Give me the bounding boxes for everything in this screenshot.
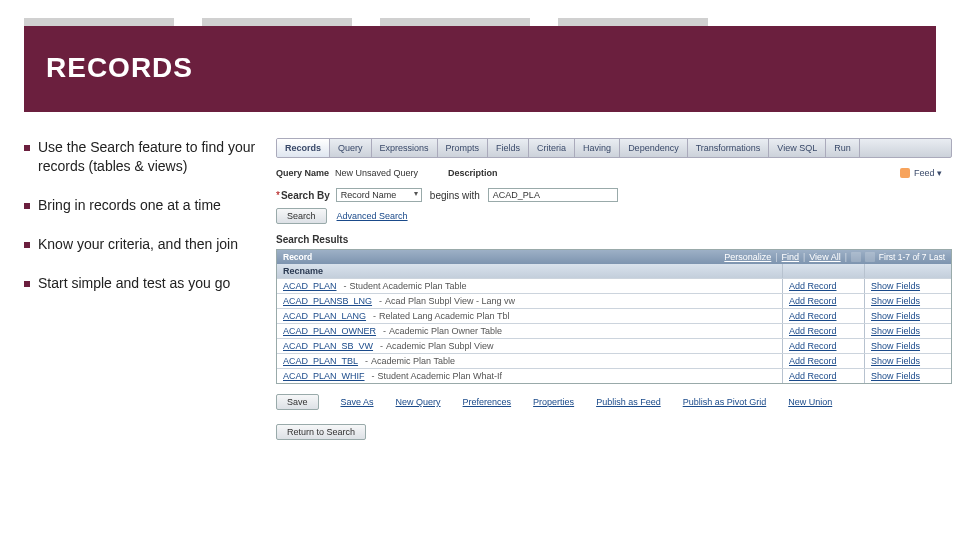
tab-prompts[interactable]: Prompts [438,139,489,157]
bullet-item: Start simple and test as you go [24,274,276,293]
add-record-link[interactable]: Add Record [789,341,837,351]
bullet-item: Use the Search feature to find your reco… [24,138,276,176]
record-desc: Academic Plan Subpl View [386,341,493,351]
col-recname: Recname [277,264,783,278]
search-by-row: * Search By Record Name begins with ACAD… [276,188,952,202]
table-row: ACAD_PLAN-Student Academic Plan TableAdd… [277,278,951,293]
record-desc: Academic Plan Owner Table [389,326,502,336]
tab-query[interactable]: Query [330,139,372,157]
advanced-search-link[interactable]: Advanced Search [337,211,408,221]
table-row: ACAD_PLAN_LANG-Related Lang Academic Pla… [277,308,951,323]
grid-range-text: First 1-7 of 7 Last [879,252,945,262]
properties-link[interactable]: Properties [533,397,574,407]
show-fields-link[interactable]: Show Fields [871,281,920,291]
tab-view-sql[interactable]: View SQL [769,139,826,157]
tab-strip: Records Query Expressions Prompts Fields… [276,138,952,158]
search-results-heading: Search Results [276,234,952,245]
bottom-actions: Save Save As New Query Preferences Prope… [276,394,952,410]
tab-transformations[interactable]: Transformations [688,139,770,157]
search-by-select[interactable]: Record Name [336,188,422,202]
record-desc: Student Academic Plan Table [350,281,467,291]
required-star-icon: * [276,190,280,201]
search-input[interactable]: ACAD_PLA [488,188,618,202]
col-show [865,264,951,278]
tab-expressions[interactable]: Expressions [372,139,438,157]
show-fields-link[interactable]: Show Fields [871,356,920,366]
tab-having[interactable]: Having [575,139,620,157]
record-code-link[interactable]: ACAD_PLAN_OWNER [283,326,376,336]
search-button[interactable]: Search [276,208,327,224]
show-fields-link[interactable]: Show Fields [871,371,920,381]
tab-run[interactable]: Run [826,139,860,157]
feed-dropdown[interactable]: Feed ▾ [900,168,942,178]
accent-bar [0,18,960,26]
record-desc: Academic Plan Table [371,356,455,366]
newquery-link[interactable]: New Query [396,397,441,407]
add-record-link[interactable]: Add Record [789,281,837,291]
grid-viewall-link[interactable]: View All [809,252,840,262]
table-row: ACAD_PLAN_SB_VW-Academic Plan Subpl View… [277,338,951,353]
new-union-link[interactable]: New Union [788,397,832,407]
record-code-link[interactable]: ACAD_PLAN_WHIF [283,371,365,381]
record-code-link[interactable]: ACAD_PLAN [283,281,337,291]
slide-title: RECORDS [46,52,914,84]
record-code-link[interactable]: ACAD_PLANSB_LNG [283,296,372,306]
show-fields-link[interactable]: Show Fields [871,326,920,336]
grid-toolbar: Record Personalize | Find | View All | F… [277,250,951,264]
record-code-link[interactable]: ACAD_PLAN_TBL [283,356,358,366]
description-label: Description [448,168,498,178]
bullet-item: Know your criteria, and then join [24,235,276,254]
add-record-link[interactable]: Add Record [789,356,837,366]
record-desc: Related Lang Academic Plan Tbl [379,311,509,321]
col-add [783,264,865,278]
record-code-link[interactable]: ACAD_PLAN_SB_VW [283,341,373,351]
add-record-link[interactable]: Add Record [789,311,837,321]
publish-feed-link[interactable]: Publish as Feed [596,397,661,407]
bullet-item: Bring in records one at a time [24,196,276,215]
search-by-label: Search By [281,190,330,201]
tab-criteria[interactable]: Criteria [529,139,575,157]
saveas-link[interactable]: Save As [341,397,374,407]
query-name-label: Query Name [276,168,329,178]
rss-icon [900,168,910,178]
grid-download-icon[interactable] [865,252,875,262]
table-row: ACAD_PLANSB_LNG-Acad Plan Subpl View - L… [277,293,951,308]
add-record-link[interactable]: Add Record [789,371,837,381]
grid-title: Record [283,252,312,262]
show-fields-link[interactable]: Show Fields [871,296,920,306]
grid-personalize-link[interactable]: Personalize [724,252,771,262]
tab-fields[interactable]: Fields [488,139,529,157]
query-name-value: New Unsaved Query [335,168,418,178]
query-meta-row: Query Name New Unsaved Query Description… [276,168,952,178]
add-record-link[interactable]: Add Record [789,296,837,306]
grid-zoom-icon[interactable] [851,252,861,262]
grid-columns: Recname [277,264,951,278]
preferences-link[interactable]: Preferences [463,397,512,407]
return-to-search-button[interactable]: Return to Search [276,424,366,440]
results-grid: Record Personalize | Find | View All | F… [276,249,952,384]
slide-title-block: RECORDS [24,26,936,112]
begins-with-text: begins with [430,190,480,201]
grid-find-link[interactable]: Find [782,252,800,262]
table-row: ACAD_PLAN_WHIF-Student Academic Plan Wha… [277,368,951,383]
publish-pivot-link[interactable]: Publish as Pivot Grid [683,397,767,407]
record-desc: Acad Plan Subpl View - Lang vw [385,296,515,306]
show-fields-link[interactable]: Show Fields [871,311,920,321]
table-row: ACAD_PLAN_OWNER-Academic Plan Owner Tabl… [277,323,951,338]
add-record-link[interactable]: Add Record [789,326,837,336]
bullet-list: Use the Search feature to find your reco… [24,138,276,440]
tab-records[interactable]: Records [277,139,330,157]
record-desc: Student Academic Plan What-If [378,371,503,381]
tab-dependency[interactable]: Dependency [620,139,688,157]
feed-label: Feed [914,168,935,178]
show-fields-link[interactable]: Show Fields [871,341,920,351]
record-code-link[interactable]: ACAD_PLAN_LANG [283,311,366,321]
save-button[interactable]: Save [276,394,319,410]
screenshot-panel: Records Query Expressions Prompts Fields… [276,138,960,440]
table-row: ACAD_PLAN_TBL-Academic Plan TableAdd Rec… [277,353,951,368]
